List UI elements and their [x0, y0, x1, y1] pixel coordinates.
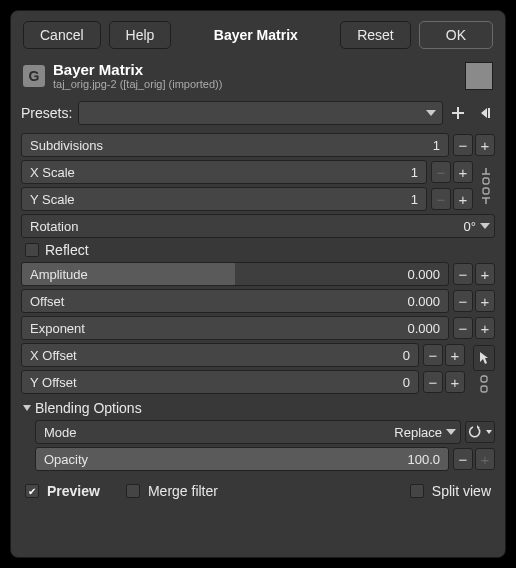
split-view-label: Split view — [432, 483, 491, 499]
filter-name: Bayer Matrix — [53, 61, 457, 78]
chevron-down-icon — [480, 223, 490, 229]
blend-mode-reset-button[interactable] — [465, 421, 495, 443]
pick-coords-button[interactable] — [473, 345, 495, 371]
xoffset-minus[interactable]: − — [423, 344, 443, 366]
image-name: taj_orig.jpg-2 ([taj_orig] (imported)) — [53, 78, 457, 90]
header: G Bayer Matrix taj_orig.jpg-2 ([taj_orig… — [11, 59, 505, 96]
opacity-minus[interactable]: − — [453, 448, 473, 470]
svg-rect-4 — [481, 386, 487, 392]
reset-button[interactable]: Reset — [340, 21, 411, 49]
offset-label: Offset — [30, 294, 64, 309]
scale-link-toggle[interactable] — [477, 166, 495, 206]
yoffset-value: 0 — [403, 375, 410, 390]
gimp-icon: G — [23, 65, 45, 87]
chain-broken-icon — [477, 375, 491, 393]
subdivisions-minus[interactable]: − — [453, 134, 473, 156]
svg-rect-3 — [481, 376, 487, 382]
preview-label: Preview — [47, 483, 100, 499]
amplitude-plus[interactable]: + — [475, 263, 495, 285]
merge-filter-label: Merge filter — [148, 483, 218, 499]
yoffset-minus[interactable]: − — [423, 371, 443, 393]
amplitude-slider[interactable]: Amplitude 0.000 — [21, 262, 449, 286]
blend-mode-dropdown[interactable]: Mode Replace — [35, 420, 461, 444]
reflect-label: Reflect — [45, 242, 89, 258]
ok-button[interactable]: OK — [419, 21, 493, 49]
exponent-slider[interactable]: Exponent 0.000 — [21, 316, 449, 340]
plus-icon — [451, 106, 465, 120]
cursor-icon — [478, 351, 490, 365]
color-swatch[interactable] — [465, 62, 493, 90]
dialog-title: Bayer Matrix — [204, 22, 308, 48]
split-view-checkbox[interactable] — [410, 484, 424, 498]
xscale-value: 1 — [411, 165, 418, 180]
presets-dropdown[interactable] — [78, 101, 443, 125]
rotation-dropdown[interactable]: Rotation 0° — [21, 214, 495, 238]
reset-switch-icon — [468, 425, 484, 439]
yscale-minus[interactable]: − — [431, 188, 451, 210]
rotation-label: Rotation — [30, 219, 78, 234]
svg-rect-1 — [483, 178, 489, 184]
yscale-label: Y Scale — [30, 192, 75, 207]
blend-mode-value: Replace — [394, 425, 442, 440]
cancel-button[interactable]: Cancel — [23, 21, 101, 49]
xscale-plus[interactable]: + — [453, 161, 473, 183]
menu-left-icon — [477, 106, 491, 120]
yoffset-plus[interactable]: + — [445, 371, 465, 393]
offset-minus[interactable]: − — [453, 290, 473, 312]
xoffset-plus[interactable]: + — [445, 344, 465, 366]
exponent-plus[interactable]: + — [475, 317, 495, 339]
presets-label: Presets: — [21, 105, 72, 121]
reflect-checkbox[interactable] — [25, 243, 39, 257]
yscale-plus[interactable]: + — [453, 188, 473, 210]
blending-options-toggle[interactable]: Blending Options — [21, 396, 495, 418]
exponent-minus[interactable]: − — [453, 317, 473, 339]
help-button[interactable]: Help — [109, 21, 172, 49]
xscale-label: X Scale — [30, 165, 75, 180]
blend-mode-label: Mode — [44, 425, 77, 440]
xoffset-label: X Offset — [30, 348, 77, 363]
rotation-value: 0° — [464, 219, 476, 234]
opacity-value: 100.0 — [407, 452, 440, 467]
yoffset-slider[interactable]: Y Offset 0 — [21, 370, 419, 394]
subdivisions-plus[interactable]: + — [475, 134, 495, 156]
exponent-label: Exponent — [30, 321, 85, 336]
subdivisions-value: 1 — [433, 138, 440, 153]
subdivisions-slider[interactable]: Subdivisions 1 — [21, 133, 449, 157]
preview-checkbox[interactable] — [25, 484, 39, 498]
preset-add-button[interactable] — [447, 102, 469, 124]
dialog-window: Cancel Help Bayer Matrix Reset OK G Baye… — [10, 10, 506, 558]
chevron-down-icon — [23, 405, 31, 411]
chain-broken-icon — [479, 166, 493, 206]
chevron-down-icon — [446, 429, 456, 435]
yscale-slider[interactable]: Y Scale 1 — [21, 187, 427, 211]
opacity-slider[interactable]: Opacity 100.0 — [35, 447, 449, 471]
chevron-down-icon — [426, 110, 436, 116]
yscale-value: 1 — [411, 192, 418, 207]
offset-value: 0.000 — [407, 294, 440, 309]
yoffset-label: Y Offset — [30, 375, 77, 390]
offset-slider[interactable]: Offset 0.000 — [21, 289, 449, 313]
preset-menu-button[interactable] — [473, 102, 495, 124]
subdivisions-label: Subdivisions — [30, 138, 103, 153]
opacity-plus[interactable]: + — [475, 448, 495, 470]
blending-options-label: Blending Options — [35, 400, 142, 416]
opacity-label: Opacity — [44, 452, 88, 467]
offset-link-toggle[interactable] — [477, 375, 491, 393]
amplitude-minus[interactable]: − — [453, 263, 473, 285]
merge-filter-checkbox[interactable] — [126, 484, 140, 498]
xoffset-slider[interactable]: X Offset 0 — [21, 343, 419, 367]
offset-plus[interactable]: + — [475, 290, 495, 312]
xscale-minus[interactable]: − — [431, 161, 451, 183]
xoffset-value: 0 — [403, 348, 410, 363]
titlebar: Cancel Help Bayer Matrix Reset OK — [11, 11, 505, 59]
amplitude-value: 0.000 — [407, 267, 440, 282]
exponent-value: 0.000 — [407, 321, 440, 336]
xscale-slider[interactable]: X Scale 1 — [21, 160, 427, 184]
amplitude-label: Amplitude — [30, 267, 88, 282]
svg-rect-2 — [483, 188, 489, 194]
svg-rect-0 — [488, 108, 490, 118]
chevron-down-icon — [486, 430, 492, 434]
